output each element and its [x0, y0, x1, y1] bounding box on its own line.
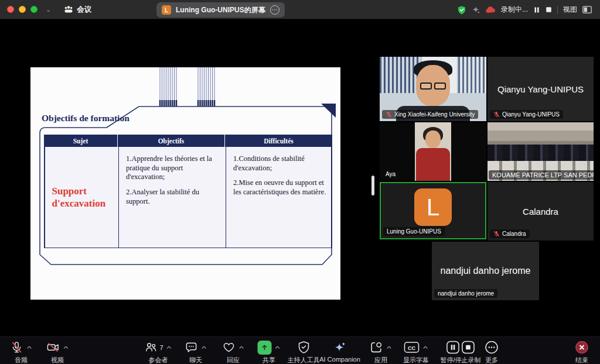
participant-tile-luning-active-speaker[interactable]: L Luning Guo-UNIPUS: [380, 182, 486, 239]
cell-objectifs: 1.Apprendre les théories et la pratique …: [118, 147, 226, 248]
participant-name-label: Luning Guo-UNIPUS: [383, 227, 445, 236]
header-difficultes: Difficultés: [224, 135, 332, 147]
pause-recording-icon[interactable]: [533, 6, 540, 13]
ai-companion-button[interactable]: AI Companion: [319, 340, 360, 363]
participants-icon: [144, 341, 158, 354]
view-button-label[interactable]: 视图: [563, 5, 577, 15]
participants-button[interactable]: 7 参会者: [144, 340, 172, 364]
participant-tile-kouame[interactable]: KOUAME PATRICE LTP SAN PEDRO: [488, 122, 594, 181]
panel-resize-handle[interactable]: [371, 176, 374, 195]
participant-tile-calandra[interactable]: Calandra Calandra: [488, 182, 594, 241]
more-button[interactable]: 更多: [485, 340, 499, 364]
more-ellipsis-icon: [485, 341, 499, 354]
share-options-chevron-icon[interactable]: [275, 345, 281, 349]
participant-tile-aya[interactable]: Aya: [380, 122, 486, 181]
share-icon: [258, 341, 272, 355]
meeting-main-area: Objectifs de formation Sujet Objectifs D…: [0, 19, 600, 336]
meeting-toolbar: 音频 视频 7: [0, 336, 600, 364]
meeting-menu-label: 会议: [77, 5, 91, 15]
video-options-chevron-icon[interactable]: [63, 345, 69, 349]
stop-recording-button[interactable]: [462, 341, 475, 354]
end-meeting-button[interactable]: 结束: [575, 340, 589, 364]
chat-bubble-icon: [185, 341, 198, 354]
recording-controls: 暂停/停止录制: [440, 340, 480, 364]
cc-captions-icon: CC: [404, 341, 420, 353]
tab-title: Luning Guo-UNIPUS的屏幕: [176, 5, 265, 15]
svg-text:CC: CC: [408, 345, 415, 351]
cloud-recording-icon: [485, 6, 496, 13]
reactions-options-chevron-icon[interactable]: [238, 345, 244, 349]
meeting-menu[interactable]: 会议: [64, 5, 91, 15]
apps-icon: [370, 341, 383, 354]
tab-options-ellipsis-icon[interactable]: ⋯: [270, 5, 279, 15]
participant-name-label: KOUAME PATRICE LTP SAN PEDRO: [489, 170, 594, 180]
chat-button[interactable]: 聊天: [185, 340, 207, 364]
apps-button[interactable]: 应用: [370, 340, 392, 364]
muted-mic-icon: [493, 231, 500, 237]
shared-screen-slide: Objectifs de formation Sujet Objectifs D…: [30, 67, 340, 300]
chat-options-chevron-icon[interactable]: [201, 345, 207, 349]
slide-table-body: Support d'excavation 1.Apprendre les thé…: [44, 147, 332, 248]
participants-count: 7: [159, 344, 163, 351]
pause-recording-button[interactable]: [446, 341, 460, 354]
titlebar-chevron-down-icon[interactable]: ⌄: [46, 6, 51, 13]
captions-options-chevron-icon[interactable]: [422, 345, 428, 349]
people-group-icon: [64, 5, 73, 13]
slide-table-header: Sujet Objectifs Difficultés: [44, 135, 332, 147]
participant-tile-qianyu[interactable]: Qianyu Yang-UNIPUS Qianyu Yang-UNIPUS: [488, 57, 594, 121]
close-window-button[interactable]: [7, 6, 14, 13]
recording-status-text: 录制中...: [501, 5, 528, 15]
participants-options-chevron-icon[interactable]: [166, 345, 172, 349]
host-tools-button[interactable]: 主持人工具: [288, 340, 320, 364]
audio-options-chevron-icon[interactable]: [26, 345, 32, 349]
cell-difficultes: 1.Conditions de stabilité d'excavation; …: [226, 147, 333, 248]
captions-button[interactable]: CC 显示字幕: [403, 340, 429, 364]
participant-tile-xing[interactable]: Xing Xiaofei-Kaifeng University: [380, 57, 486, 121]
cell-sujet: Support d'excavation: [45, 147, 118, 248]
muted-mic-icon: [493, 111, 500, 118]
titlebar: ⌄ 会议 L Luning Guo-UNIPUS的屏幕 ⋯: [0, 0, 600, 19]
shared-screen-tab[interactable]: L Luning Guo-UNIPUS的屏幕 ⋯: [156, 2, 285, 18]
apps-options-chevron-icon[interactable]: [386, 345, 392, 349]
participant-name-label: Aya: [382, 170, 399, 178]
ai-companion-sparkle-icon: [333, 341, 347, 354]
window-controls: [7, 6, 38, 13]
titlebar-divider: [557, 6, 558, 14]
tab-app-icon: L: [162, 5, 171, 15]
camera-muted-icon: [46, 341, 60, 354]
header-sujet: Sujet: [44, 135, 117, 147]
share-screen-button[interactable]: 共享: [258, 340, 281, 364]
participant-name-label: nandjui danho jerome: [434, 289, 497, 298]
heart-reaction-icon: [222, 341, 236, 354]
avatar: L: [414, 188, 452, 226]
end-meeting-x-icon: [575, 341, 589, 354]
audio-button[interactable]: 音频: [10, 340, 32, 364]
participant-name-label: Xing Xiaofei-Kaifeng University: [382, 110, 478, 119]
view-layout-icon[interactable]: [582, 6, 592, 13]
participant-name-label: Calandra: [490, 229, 530, 238]
slide-title: Objectifs de formation: [42, 113, 129, 123]
fullscreen-window-button[interactable]: [30, 6, 38, 13]
video-button[interactable]: 视频: [46, 340, 69, 364]
zoom-meeting-window: ⌄ 会议 L Luning Guo-UNIPUS的屏幕 ⋯: [0, 0, 600, 364]
mic-muted-icon: [10, 341, 23, 354]
participant-tile-nandjui[interactable]: nandjui danho jerome nandjui danho jerom…: [432, 242, 539, 300]
ai-sparkle-icon[interactable]: [472, 6, 480, 14]
header-objectifs: Objectifs: [117, 135, 224, 147]
muted-mic-icon: [386, 111, 392, 118]
slide-table: Sujet Objectifs Difficultés Support d'ex…: [44, 135, 332, 248]
reactions-button[interactable]: 回应: [222, 340, 244, 364]
minimize-window-button[interactable]: [19, 6, 26, 13]
participant-name-label: Qianyu Yang-UNIPUS: [490, 110, 563, 119]
security-shield-icon[interactable]: [457, 5, 466, 15]
shield-icon: [297, 341, 310, 354]
titlebar-right-cluster: 录制中... 视图: [457, 0, 592, 19]
stop-recording-icon[interactable]: [546, 6, 552, 13]
